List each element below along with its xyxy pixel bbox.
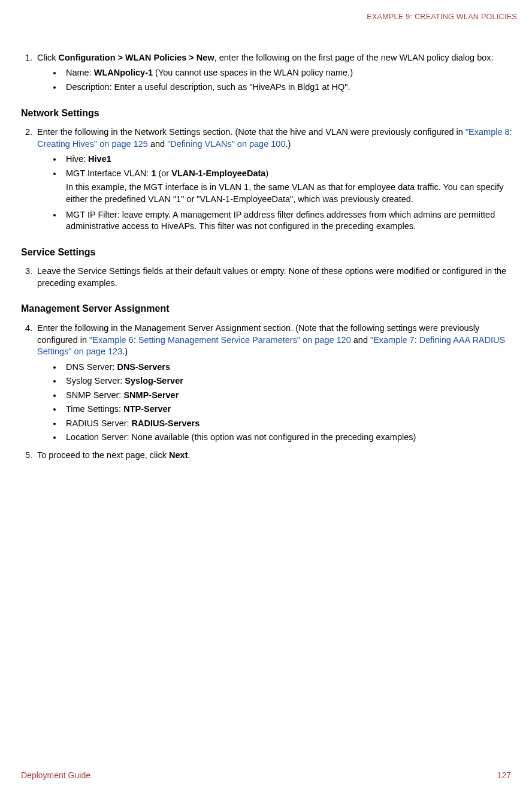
running-header-text: EXAMPLE 9: CREATING WLAN POLICIES: [367, 13, 517, 21]
step-3: Leave the Service Settings fields at the…: [35, 266, 520, 289]
hive-value: Hive1: [88, 154, 111, 164]
syslog-item: Syslog Server: Syslog-Server: [62, 375, 520, 387]
mgt-ip-filter-item: MGT IP Filter: leave empty. A management…: [62, 209, 520, 233]
step-4: Enter the following in the Management Se…: [35, 323, 520, 444]
syslog-label: Syslog Server:: [66, 376, 125, 386]
management-server-heading: Management Server Assignment: [21, 302, 520, 315]
page: EXAMPLE 9: CREATING WLAN POLICIES Click …: [0, 0, 532, 798]
radius-label: RADIUS Server:: [66, 418, 132, 428]
mgt-or: (or: [156, 168, 171, 178]
dns-label: DNS Server:: [66, 362, 117, 372]
mgt-note: In this example, the MGT interface is in…: [66, 182, 520, 205]
running-header: EXAMPLE 9: CREATING WLAN POLICIES: [21, 12, 517, 22]
mgmt-steps: Enter the following in the Management Se…: [21, 323, 520, 462]
service-steps: Leave the Service Settings fields at the…: [21, 266, 520, 289]
step1-desc: Description: Enter a useful description,…: [62, 82, 520, 94]
mgmt-intro-mid: and: [351, 335, 370, 345]
hive-item: Hive: Hive1: [62, 153, 520, 165]
step5-b: Next: [169, 450, 188, 460]
footer-left: Deployment Guide: [21, 770, 90, 781]
name-label: Name:: [66, 68, 94, 77]
step1-intro-b: , enter the following on the first page …: [214, 53, 494, 62]
step-1: Click Configuration > WLAN Policies > Ne…: [35, 52, 520, 94]
net-intro-a: Enter the following in the Network Setti…: [37, 127, 466, 137]
radius-value: RADIUS-Servers: [132, 418, 200, 428]
step-5: To proceed to the next page, click Next.: [35, 450, 520, 462]
net-intro-mid: and: [148, 139, 167, 149]
dns-value: DNS-Servers: [117, 362, 170, 372]
snmp-label: SNMP Server:: [66, 390, 123, 400]
network-steps: Enter the following in the Network Setti…: [21, 127, 520, 233]
time-value: NTP-Server: [123, 404, 171, 414]
link-defining-vlans[interactable]: "Defining VLANs" on page 100: [167, 139, 285, 149]
step1-name: Name: WLANpolicy-1 (You cannot use space…: [62, 67, 520, 79]
step1-intro-bold: Configuration > WLAN Policies > New: [58, 53, 214, 62]
footer-page-number: 127: [497, 770, 511, 781]
syslog-value: Syslog-Server: [125, 376, 183, 386]
step5-c: .: [188, 450, 191, 460]
step5-a: To proceed to the next page, click: [37, 450, 169, 460]
time-item: Time Settings: NTP-Server: [62, 403, 520, 415]
step1-bullets: Name: WLANpolicy-1 (You cannot use space…: [37, 67, 520, 93]
time-label: Time Settings:: [66, 404, 123, 414]
location-item: Location Server: None available (this op…: [62, 432, 520, 444]
net-intro-end: .): [285, 139, 291, 149]
link-example6[interactable]: "Example 6: Setting Management Service P…: [89, 335, 351, 345]
network-bullets: Hive: Hive1 MGT Interface VLAN: 1 (or VL…: [37, 153, 520, 232]
mgmt-intro-end: .): [122, 347, 128, 356]
service-settings-heading: Service Settings: [21, 246, 520, 259]
radius-item: RADIUS Server: RADIUS-Servers: [62, 418, 520, 430]
mgt-label: MGT Interface VLAN:: [66, 168, 151, 178]
hive-label: Hive:: [66, 154, 88, 164]
mgmt-bullets: DNS Server: DNS-Servers Syslog Server: S…: [37, 362, 520, 444]
name-value: WLANpolicy-1: [94, 68, 153, 77]
page-footer: Deployment Guide 127: [21, 770, 511, 781]
main-steps: Click Configuration > WLAN Policies > Ne…: [21, 52, 520, 94]
name-note: (You cannot use spaces in the WLAN polic…: [153, 68, 353, 77]
mgt-interface-item: MGT Interface VLAN: 1 (or VLAN-1-Employe…: [62, 168, 520, 206]
step-2: Enter the following in the Network Setti…: [35, 127, 520, 233]
network-settings-heading: Network Settings: [21, 107, 520, 120]
mgt-close: ): [265, 168, 268, 178]
step1-intro-a: Click: [37, 53, 58, 62]
dns-item: DNS Server: DNS-Servers: [62, 362, 520, 374]
snmp-value: SNMP-Server: [123, 390, 179, 400]
snmp-item: SNMP Server: SNMP-Server: [62, 390, 520, 402]
mgt-v2: VLAN-1-EmployeeData: [171, 168, 265, 178]
